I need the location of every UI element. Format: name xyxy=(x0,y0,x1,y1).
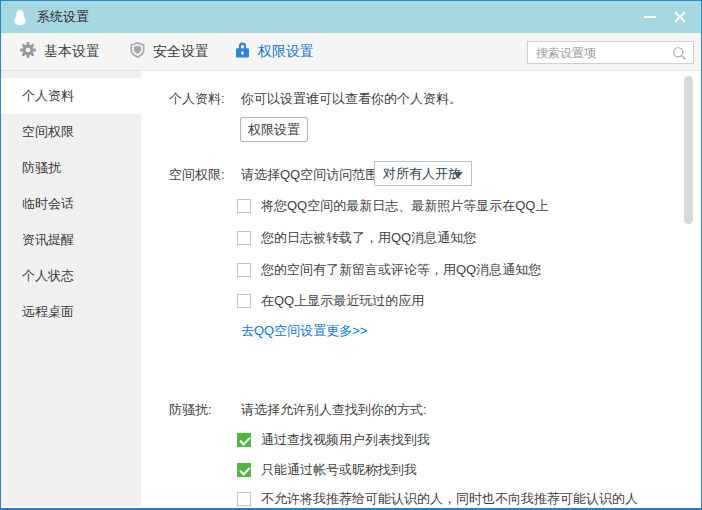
profile-section-label: 个人资料: xyxy=(169,90,225,108)
checkbox-row: 在QQ上显示最近玩过的应用 xyxy=(237,292,424,310)
profile-description: 你可以设置谁可以查看你的个人资料。 xyxy=(241,90,462,108)
checkbox[interactable] xyxy=(237,463,251,477)
search-input[interactable] xyxy=(528,42,693,63)
sidebar-item-qzone-permission[interactable]: 空间权限 xyxy=(1,114,141,150)
window-controls xyxy=(635,1,695,33)
checkbox[interactable] xyxy=(237,433,251,447)
tab-security-settings[interactable]: 安全设置 xyxy=(130,33,209,70)
sidebar-item-news-alert[interactable]: 资讯提醒 xyxy=(1,222,141,258)
checkbox-row: 您的日志被转载了，用QQ消息通知您 xyxy=(237,229,476,247)
minimize-icon xyxy=(644,16,656,18)
checkbox-label: 只能通过帐号或昵称找到我 xyxy=(261,461,417,479)
tab-label: 权限设置 xyxy=(258,43,314,61)
search-box xyxy=(527,41,694,64)
tab-permission-settings[interactable]: 权限设置 xyxy=(235,33,314,70)
checkbox-row: 不允许将我推荐给可能认识的人，同时也不向我推荐可能认识的人 xyxy=(237,490,638,508)
gear-icon xyxy=(20,42,36,61)
qzone-more-settings-link[interactable]: 去QQ空间设置更多>> xyxy=(241,322,367,340)
settings-window: 系统设置 基本设置 安全设置 权限设置 xyxy=(0,0,702,510)
checkbox-label: 将您QQ空间的最新日志、最新照片等显示在QQ上 xyxy=(261,197,548,215)
qq-penguin-icon xyxy=(10,7,30,27)
sidebar-item-anti-harassment[interactable]: 防骚扰 xyxy=(1,150,141,186)
antiharass-prompt: 请选择允许别人查找到你的方式: xyxy=(241,401,427,419)
shield-icon xyxy=(130,42,145,61)
sidebar-item-temp-session[interactable]: 临时会话 xyxy=(1,186,141,222)
permission-settings-button[interactable]: 权限设置 xyxy=(240,117,308,142)
lock-icon xyxy=(235,42,250,61)
tab-basic-settings[interactable]: 基本设置 xyxy=(20,33,100,70)
sidebar-item-remote-desktop[interactable]: 远程桌面 xyxy=(1,294,141,330)
checkbox-label: 通过查找视频用户列表找到我 xyxy=(261,431,430,449)
checkbox-label: 不允许将我推荐给可能认识的人，同时也不向我推荐可能认识的人 xyxy=(261,490,638,508)
tab-label: 基本设置 xyxy=(44,43,100,61)
checkbox-row: 通过查找视频用户列表找到我 xyxy=(237,431,430,449)
qzone-section-label: 空间权限: xyxy=(169,166,225,184)
sidebar-item-personal-status[interactable]: 个人状态 xyxy=(1,258,141,294)
sidebar-item-profile[interactable]: 个人资料 xyxy=(1,78,141,114)
checkbox-row: 将您QQ空间的最新日志、最新照片等显示在QQ上 xyxy=(237,197,548,215)
checkbox[interactable] xyxy=(237,231,251,245)
close-button[interactable] xyxy=(665,1,695,33)
qzone-prompt: 请选择QQ空间访问范围： xyxy=(241,166,391,184)
checkbox-row: 您的空间有了新留言或评论等，用QQ消息通知您 xyxy=(237,261,541,279)
window-title: 系统设置 xyxy=(37,8,89,26)
checkbox[interactable] xyxy=(237,492,251,506)
checkbox-label: 您的空间有了新留言或评论等，用QQ消息通知您 xyxy=(261,261,541,279)
checkbox[interactable] xyxy=(237,199,251,213)
checkbox-label: 在QQ上显示最近玩过的应用 xyxy=(261,292,424,310)
tab-label: 安全设置 xyxy=(153,43,209,61)
dropdown-value: 对所有人开放 xyxy=(383,165,461,183)
antiharass-section-label: 防骚扰: xyxy=(169,401,212,419)
chevron-down-icon xyxy=(453,172,463,178)
checkbox-row: 只能通过帐号或昵称找到我 xyxy=(237,461,417,479)
close-icon xyxy=(674,11,686,23)
tabbar: 基本设置 安全设置 权限设置 xyxy=(1,33,701,71)
content-panel: 个人资料: 你可以设置谁可以查看你的个人资料。 权限设置 空间权限: 请选择QQ… xyxy=(141,71,701,506)
checkbox-label: 您的日志被转载了，用QQ消息通知您 xyxy=(261,229,476,247)
checkbox[interactable] xyxy=(237,263,251,277)
magnifier-icon xyxy=(672,46,687,65)
scrollbar-thumb[interactable] xyxy=(684,76,693,224)
qzone-access-dropdown[interactable]: 对所有人开放 xyxy=(374,161,472,186)
sidebar: 个人资料 空间权限 防骚扰 临时会话 资讯提醒 个人状态 远程桌面 xyxy=(1,71,141,506)
checkbox[interactable] xyxy=(237,294,251,308)
titlebar: 系统设置 xyxy=(1,1,701,33)
minimize-button[interactable] xyxy=(635,1,665,33)
